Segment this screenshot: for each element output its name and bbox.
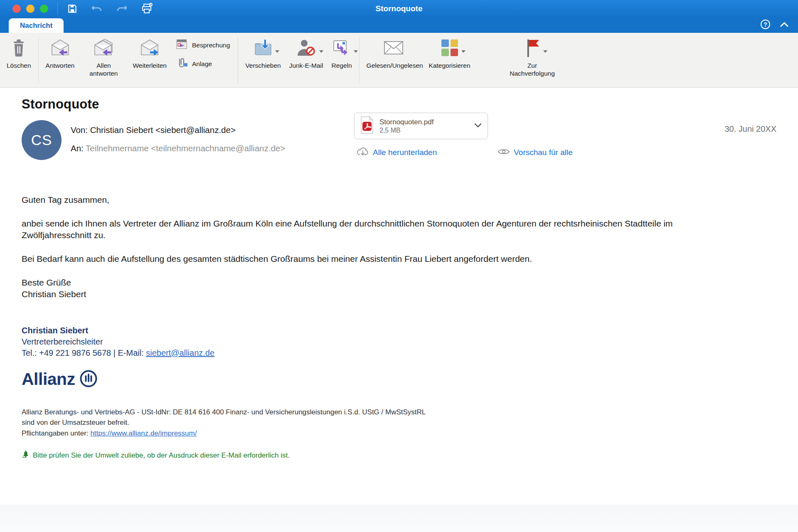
dropdown-caret — [543, 50, 547, 53]
reply-icon — [49, 38, 71, 59]
ribbon-separator — [38, 37, 39, 83]
reply-all-button[interactable]: Allen antworten — [79, 36, 128, 87]
attachment-expand-icon[interactable] — [474, 122, 482, 130]
signature-email-link[interactable]: siebert@allianz.de — [146, 348, 214, 357]
from-value: Christian Siebert <siebert@allianz.de> — [90, 125, 236, 135]
legal-prefix: Pflichtangaben unter: — [22, 429, 90, 437]
bottom-strip — [0, 505, 798, 532]
save-icon[interactable] — [67, 3, 78, 14]
print-icon[interactable] — [141, 3, 153, 15]
cloud-download-icon — [357, 147, 369, 158]
avatar[interactable]: CS — [22, 120, 62, 160]
allianz-wordmark: Allianz — [22, 369, 75, 389]
traffic-lights — [0, 5, 48, 13]
meeting-label: Besprechung — [192, 42, 230, 49]
delete-button[interactable]: Löschen — [2, 36, 35, 87]
signature-contact-prefix: Tel.: +49 221 9876 5678 | E-Mail: — [22, 348, 146, 357]
undo-icon[interactable] — [91, 4, 103, 14]
flag-icon — [524, 38, 541, 59]
read-unread-label: Gelesen/Ungelesen — [367, 62, 421, 69]
body-greeting: Guten Tag zusammen, — [22, 194, 691, 206]
dropdown-caret — [275, 50, 279, 53]
help-icon[interactable]: ? — [760, 19, 771, 31]
attachment-card[interactable]: Stornoquoten.pdf 2,5 MB — [354, 113, 488, 139]
move-folder-icon — [254, 38, 273, 59]
attachment-button[interactable]: Anlage — [176, 57, 230, 71]
categorize-button[interactable]: Kategorisieren — [425, 36, 475, 87]
body-paragraph-2: Bei Bedarf kann auch die Aufstellung des… — [22, 253, 691, 265]
reply-all-label: Allen antworten — [83, 62, 124, 78]
attachment-label: Anlage — [192, 60, 212, 68]
delete-label: Löschen — [7, 62, 31, 69]
meeting-button[interactable]: Besprechung — [176, 39, 230, 52]
allianz-logo: Allianz — [22, 369, 776, 389]
paperclip-icon — [176, 57, 188, 71]
eco-note-text: Bitte prüfen Sie der Umwelt zuliebe, ob … — [33, 451, 290, 460]
reply-button[interactable]: Antworten — [42, 36, 79, 87]
legal-line-2: sind von der Umsatzsteuer befreit. — [22, 417, 776, 428]
from-line: Von: Christian Siebert <siebert@allianz.… — [71, 125, 236, 135]
download-all-label: Alle herunterladen — [373, 148, 437, 157]
redo-icon[interactable] — [116, 4, 128, 14]
reply-label: Antworten — [46, 62, 75, 69]
titlebar: Stornoquote — [0, 0, 798, 17]
message-body: Guten Tag zusammen, anbei sende ich Ihne… — [22, 194, 691, 300]
meeting-attachment-group: Besprechung Anlage — [171, 36, 235, 87]
rules-icon — [332, 38, 351, 59]
body-closing-name: Christian Siebert — [22, 288, 691, 300]
tab-strip: Nachricht ? — [0, 17, 798, 33]
close-window-button[interactable] — [12, 5, 21, 13]
collapse-ribbon-icon[interactable] — [780, 22, 789, 29]
svg-text:?: ? — [764, 21, 767, 28]
categorize-label: Kategorisieren — [429, 62, 470, 69]
to-value: Teilnehmername <teilnehmernachname@allia… — [86, 143, 285, 153]
forward-button[interactable]: Weiterleiten — [128, 36, 171, 87]
rules-button[interactable]: Regeln — [327, 36, 356, 87]
move-label: Verschieben — [245, 62, 281, 69]
impressum-link[interactable]: https://www.allianz.de/impressum/ — [90, 429, 197, 437]
body-paragraph-1: anbei sende ich Ihnen als Vertreter der … — [22, 218, 691, 241]
read-unread-button[interactable]: Gelesen/Ungelesen — [362, 36, 425, 87]
eco-print-icon — [22, 450, 30, 461]
rules-label: Regeln — [331, 62, 352, 69]
preview-all-label: Vorschau für alle — [514, 148, 573, 157]
ribbon-separator — [238, 37, 238, 83]
titlebar-divider — [57, 2, 58, 15]
to-label: An: — [71, 143, 84, 153]
signature-contact: Tel.: +49 221 9876 5678 | E-Mail: sieber… — [22, 347, 776, 359]
legal-line-3: Pflichtangaben unter: https://www.allian… — [22, 428, 776, 439]
message-subject: Stornoquote — [22, 97, 776, 112]
message-header: CS Von: Christian Siebert <siebert@allia… — [22, 115, 776, 185]
dropdown-caret — [319, 50, 323, 53]
junk-icon — [296, 38, 317, 59]
junk-label: Junk-E-Mail — [289, 62, 323, 69]
tab-nachricht[interactable]: Nachricht — [9, 18, 64, 33]
signature-role: Vertreterbereichsleiter — [22, 336, 776, 347]
ribbon-separator — [359, 37, 360, 83]
reply-all-icon — [92, 38, 115, 59]
minimize-window-button[interactable] — [26, 5, 34, 13]
forward-label: Weiterleiten — [133, 62, 167, 69]
preview-all-link[interactable]: Vorschau für alle — [498, 148, 573, 158]
dropdown-caret — [461, 50, 466, 53]
message-pane: Stornoquote CS Von: Christian Siebert <s… — [0, 88, 798, 505]
body-closing: Beste Grüße — [22, 277, 691, 288]
move-button[interactable]: Verschieben — [241, 36, 285, 87]
junk-button[interactable]: Junk-E-Mail — [285, 36, 328, 87]
follow-up-label: Zur Nachverfolgung — [505, 62, 559, 78]
to-line: An: Teilnehmername <teilnehmernachname@a… — [71, 143, 285, 153]
eye-icon — [498, 148, 510, 158]
download-all-link[interactable]: Alle herunterladen — [357, 147, 437, 158]
outlook-message-window: Stornoquote Nachricht ? Löschen Antworte — [0, 0, 798, 532]
forward-icon — [139, 38, 160, 59]
dropdown-caret — [354, 50, 358, 53]
legal-block: Allianz Beratungs- und Vertriebs-AG - US… — [22, 407, 776, 439]
follow-up-button[interactable]: Zur Nachverfolgung — [501, 36, 564, 87]
ribbon: Löschen Antworten Allen antworten Weiter… — [0, 33, 798, 88]
categorize-icon — [441, 39, 459, 59]
attachment-size: 2,5 MB — [379, 127, 474, 134]
signature-block: Christian Siebert Vertreterbereichsleite… — [22, 325, 776, 359]
zoom-window-button[interactable] — [40, 5, 48, 13]
read-unread-icon — [383, 39, 404, 58]
eco-note: Bitte prüfen Sie der Umwelt zuliebe, ob … — [22, 450, 776, 461]
